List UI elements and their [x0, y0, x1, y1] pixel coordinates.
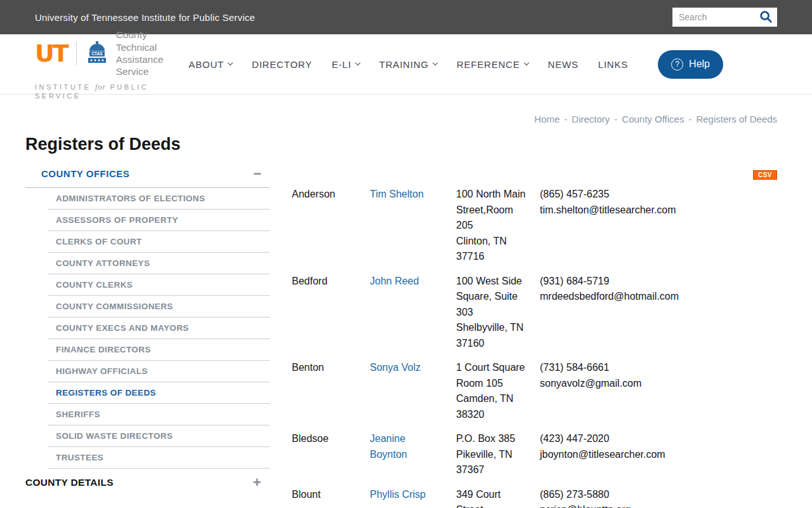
- expand-plus-icon[interactable]: +: [253, 478, 261, 487]
- email-address: tim.shelton@titlesearcher.com: [540, 203, 766, 218]
- phone-number: (931) 684-5719: [540, 274, 766, 290]
- sidebar-section-county-details[interactable]: COUNTY DETAILS +: [25, 469, 270, 488]
- nav-item-links[interactable]: LINKS: [598, 59, 628, 70]
- search-icon: [759, 10, 773, 25]
- capitol-icon: CTAS: [86, 41, 108, 66]
- chevron-down-icon: [228, 60, 233, 65]
- email-address: jboynton@titlesearcher.com: [540, 447, 766, 463]
- search-button[interactable]: [759, 10, 777, 25]
- ctas-logo[interactable]: UT CTAS County Technical Assistance Serv: [35, 29, 188, 100]
- breadcrumb-county-offices[interactable]: County Offices: [622, 114, 684, 124]
- institute-tagline: INSTITUTE for PUBLIC SERVICE: [35, 83, 188, 100]
- nav-item-reference[interactable]: REFERENCE: [457, 59, 528, 70]
- email-address: mrdeedsbedford@hotmail.com: [540, 289, 766, 305]
- county-cell: Benton: [292, 360, 370, 422]
- sidebar-item-registers-of-deeds[interactable]: REGISTERS OF DEEDS: [48, 382, 270, 404]
- contact-cell: (865) 457-6235tim.shelton@titlesearcher.…: [540, 187, 777, 265]
- address-cell: P.O. Box 385Pikeville, TN 37367: [456, 431, 540, 478]
- name-cell: Phyllis Crisp: [370, 487, 456, 508]
- contact-cell: (731) 584-6661sonyavolz@gmail.com: [540, 360, 777, 422]
- address-cell: 100 West Side Square, Suite 303Shelbyvil…: [456, 274, 540, 352]
- address-street: 349 Court Street: [456, 487, 527, 508]
- email-address: pcrisp@blounttn.org: [540, 502, 766, 508]
- sidebar-item-county-clerks[interactable]: COUNTY CLERKS: [48, 274, 270, 296]
- sidebar-item-clerks-of-court[interactable]: CLERKS OF COURT: [48, 231, 270, 253]
- content-layout: COUNTY OFFICES − ADMINISTRATORS OF ELECT…: [0, 168, 812, 508]
- contact-cell: (865) 273-5880pcrisp@blounttn.org: [540, 487, 777, 508]
- sidebar: COUNTY OFFICES − ADMINISTRATORS OF ELECT…: [25, 168, 270, 488]
- address-city: Pikeville, TN 37367: [456, 447, 527, 478]
- section-title: COUNTY DETAILS: [25, 477, 114, 488]
- breadcrumb-separator: -: [564, 114, 567, 124]
- contact-link[interactable]: Sonya Volz: [370, 362, 421, 373]
- county-cell: Anderson: [292, 187, 370, 265]
- search-input[interactable]: [672, 12, 759, 22]
- name-cell: Tim Shelton: [370, 187, 456, 265]
- site-title: University of Tennessee Institute for Pu…: [35, 12, 255, 23]
- sidebar-item-solid-waste-directors[interactable]: SOLID WASTE DIRECTORS: [48, 425, 270, 447]
- org-name: County Technical Assistance Service: [116, 29, 189, 78]
- address-street: 100 West Side Square, Suite 303: [456, 274, 527, 321]
- address-city: Clinton, TN 37716: [456, 234, 527, 265]
- sidebar-item-sheriffs[interactable]: SHERIFFS: [48, 404, 270, 425]
- page-title: Registers of Deeds: [25, 135, 812, 154]
- nav-item-directory[interactable]: DIRECTORY: [252, 59, 312, 70]
- breadcrumb-separator: -: [614, 114, 617, 124]
- header: UT CTAS County Technical Assistance Serv: [0, 34, 812, 95]
- phone-number: (731) 584-6661: [540, 360, 766, 376]
- address-cell: 349 Court Street: [456, 487, 540, 508]
- table-row: BedfordJohn Reed100 West Side Square, Su…: [292, 274, 777, 352]
- contact-link[interactable]: Tim Shelton: [370, 189, 424, 199]
- chevron-down-icon: [355, 60, 360, 65]
- sidebar-item-finance-directors[interactable]: FINANCE DIRECTORS: [48, 339, 270, 361]
- ut-logo: UT: [35, 41, 67, 65]
- county-cell: Bledsoe: [292, 431, 370, 478]
- nav-item-training[interactable]: TRAINING: [379, 59, 437, 70]
- contact-link[interactable]: Jeanine Boynton: [370, 433, 407, 460]
- sidebar-item-trustees[interactable]: TRUSTEES: [48, 447, 270, 469]
- email-address: sonyavolz@gmail.com: [540, 376, 766, 392]
- chevron-down-icon: [523, 60, 528, 65]
- contact-cell: (931) 684-5719mrdeedsbedford@hotmail.com: [540, 274, 777, 352]
- table-row: AndersonTim Shelton100 North Main Street…: [292, 187, 777, 265]
- export-row: CSV: [292, 168, 777, 180]
- address-street: P.O. Box 385: [456, 431, 527, 447]
- sidebar-item-county-commissioners[interactable]: COUNTY COMMISSIONERS: [48, 296, 270, 318]
- sidebar-item-county-attorneys[interactable]: COUNTY ATTORNEYS: [48, 253, 270, 274]
- address-cell: 1 Court Square Room 105Camden, TN 38320: [456, 360, 540, 422]
- nav-item-news[interactable]: NEWS: [548, 59, 579, 70]
- breadcrumb-separator: -: [688, 114, 691, 124]
- main-content: CSV AndersonTim Shelton100 North Main St…: [292, 168, 777, 508]
- section-title: COUNTY OFFICES: [41, 168, 129, 179]
- county-cell: Bedford: [292, 274, 370, 352]
- sidebar-item-administrators-of-elections[interactable]: ADMINISTRATORS OF ELECTIONS: [48, 188, 270, 210]
- question-mark-icon: ?: [671, 58, 683, 70]
- breadcrumb-directory[interactable]: Directory: [572, 114, 610, 124]
- name-cell: Jeanine Boynton: [370, 431, 456, 478]
- name-cell: John Reed: [370, 274, 456, 352]
- collapse-minus-icon[interactable]: −: [253, 170, 261, 178]
- csv-export-button[interactable]: CSV: [753, 170, 777, 180]
- county-cell: Blount: [292, 487, 370, 508]
- contact-link[interactable]: John Reed: [370, 276, 419, 286]
- address-city: Camden, TN 38320: [456, 391, 527, 422]
- nav-item-about[interactable]: ABOUT: [188, 59, 232, 70]
- contact-link[interactable]: Phyllis Crisp: [370, 489, 426, 500]
- breadcrumb-registers-of-deeds: Registers of Deeds: [696, 114, 777, 124]
- search-box: [672, 8, 777, 27]
- help-button[interactable]: ? Help: [658, 50, 723, 79]
- contact-cell: (423) 447-2020jboynton@titlesearcher.com: [540, 431, 777, 478]
- table-row: BledsoeJeanine BoyntonP.O. Box 385Pikevi…: [292, 431, 777, 478]
- sidebar-item-county-execs-and-mayors[interactable]: COUNTY EXECS AND MAYORS: [48, 318, 270, 339]
- nav-item-e-li[interactable]: E-LI: [332, 59, 360, 70]
- sidebar-item-highway-officials[interactable]: HIGHWAY OFFICIALS: [48, 361, 270, 382]
- address-cell: 100 North Main Street,Room 205Clinton, T…: [456, 187, 540, 265]
- breadcrumb-home[interactable]: Home: [534, 114, 560, 124]
- svg-text:CTAS: CTAS: [91, 51, 103, 56]
- address-street: 1 Court Square Room 105: [456, 360, 527, 391]
- phone-number: (865) 457-6235: [540, 187, 766, 203]
- sidebar-section-county-offices[interactable]: COUNTY OFFICES −: [25, 168, 270, 188]
- sidebar-item-assessors-of-property[interactable]: ASSESSORS OF PROPERTY: [48, 210, 270, 231]
- chevron-down-icon: [433, 60, 438, 65]
- breadcrumb: Home-Directory-County Offices-Registers …: [0, 114, 812, 124]
